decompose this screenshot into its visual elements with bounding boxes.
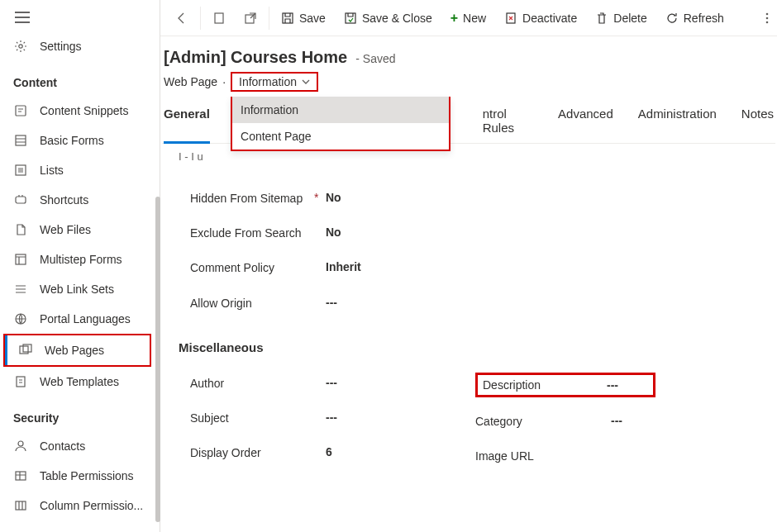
tab-general[interactable]: General [164, 107, 210, 143]
tab-control-rules[interactable]: ntrol Rules [483, 107, 533, 143]
field-subject[interactable]: Subject --- [190, 401, 475, 435]
form-option-content-page[interactable]: Content Page [232, 123, 449, 150]
sidebar-item-settings[interactable]: Settings [0, 31, 160, 61]
sidebar-scrollbar[interactable] [155, 197, 160, 522]
field-display-order[interactable]: Display Order 6 [190, 435, 475, 470]
popout-button[interactable] [236, 0, 265, 36]
sidebar-item-multistep-forms[interactable]: Multistep Forms [0, 245, 160, 274]
cmd-label: Deactivate [522, 12, 577, 25]
save-button[interactable]: Save [273, 0, 334, 36]
sidebar-label: Portal Languages [40, 312, 131, 325]
sidebar-label: Web Files [40, 223, 91, 236]
table-perm-icon [13, 469, 28, 482]
cutoff-text: I - I u [179, 150, 760, 181]
field-value: --- [326, 376, 337, 389]
form-selector[interactable]: Information Information Content Page [231, 72, 318, 92]
sidebar-item-content-snippets[interactable]: Content Snippets [0, 96, 160, 126]
field-label: Image URL [475, 449, 599, 463]
sidebar-item-table-permissions[interactable]: Table Permissions [0, 461, 160, 491]
page-title: [Admin] Courses Home [164, 48, 347, 67]
new-button[interactable]: + New [442, 0, 494, 36]
field-description-wrap: Description --- [475, 366, 760, 404]
field-value: Inherit [326, 260, 361, 273]
sidebar-label: Basic Forms [40, 134, 104, 147]
tab-administration[interactable]: Administration [638, 107, 717, 143]
section-misc: Miscellaneous [179, 321, 760, 366]
field-value[interactable]: --- [607, 378, 618, 392]
svg-rect-12 [16, 501, 26, 510]
overflow-button[interactable] [757, 0, 777, 36]
sidebar-item-portal-languages[interactable]: Portal Languages [0, 304, 160, 334]
sidebar-label: Settings [40, 40, 82, 53]
shortcut-icon [13, 193, 28, 207]
sidebar-label: Lists [40, 164, 64, 177]
hamburger-button[interactable] [0, 0, 160, 31]
linkset-icon [13, 283, 28, 296]
sidebar-item-web-link-sets[interactable]: Web Link Sets [0, 274, 160, 304]
svg-rect-7 [20, 346, 28, 354]
svg-rect-8 [23, 344, 31, 352]
sidebar-item-web-templates[interactable]: Web Templates [0, 367, 160, 397]
field-comment-policy[interactable]: Comment Policy Inherit [190, 250, 760, 285]
field-label: Display Order [190, 445, 314, 460]
template-icon [13, 375, 28, 388]
svg-rect-4 [16, 197, 26, 203]
deactivate-button[interactable]: Deactivate [496, 0, 585, 36]
field-value: 6 [326, 445, 332, 458]
sidebar-item-lists[interactable]: Lists [0, 155, 160, 185]
separator: · [222, 75, 226, 88]
col-perm-icon [13, 499, 28, 512]
open-record-button[interactable] [204, 0, 234, 36]
save-close-button[interactable]: Save & Close [336, 0, 441, 36]
svg-rect-5 [16, 254, 26, 264]
list-icon [13, 164, 28, 177]
webpage-icon [18, 344, 33, 357]
sidebar-item-contacts[interactable]: Contacts [0, 431, 160, 461]
multistep-icon [13, 253, 28, 266]
svg-point-10 [18, 441, 23, 446]
form-selector-label: Information [239, 75, 297, 88]
contact-icon [13, 439, 28, 453]
svg-rect-1 [16, 106, 26, 116]
field-value: --- [611, 414, 622, 427]
field-value: No [326, 191, 341, 204]
delete-button[interactable]: Delete [587, 0, 655, 36]
field-label: Comment Policy [190, 260, 314, 275]
refresh-button[interactable]: Refresh [657, 0, 732, 36]
tab-advanced[interactable]: Advanced [558, 107, 613, 143]
sidebar-item-shortcuts[interactable]: Shortcuts [0, 185, 160, 215]
sidebar: Settings Content Content Snippets Basic … [0, 0, 160, 532]
field-value: --- [326, 411, 337, 424]
field-label: Allow Origin [190, 296, 314, 311]
field-allow-origin[interactable]: Allow Origin --- [190, 286, 760, 321]
form-selector-dropdown: Information Content Page [231, 97, 450, 151]
form-area: I - I u Hidden From Sitemap * No Exclude… [162, 144, 775, 473]
saved-indicator: - Saved [355, 52, 395, 65]
plus-icon: + [450, 11, 458, 26]
cmd-label: Save [299, 12, 326, 25]
field-label: Exclude From Search [190, 226, 314, 240]
svg-point-19 [766, 17, 769, 19]
language-icon [13, 312, 28, 325]
cmd-label: Save & Close [362, 12, 432, 25]
field-image-url[interactable]: Image URL [475, 439, 760, 473]
gear-icon [13, 40, 28, 53]
sidebar-item-web-pages[interactable]: Web Pages [5, 335, 150, 365]
field-exclude-from-search[interactable]: Exclude From Search No [190, 216, 760, 250]
back-button[interactable] [167, 0, 197, 36]
field-category[interactable]: Category --- [475, 404, 760, 439]
sidebar-label: Web Link Sets [40, 283, 114, 296]
form-option-information[interactable]: Information [232, 97, 449, 123]
field-hidden-from-sitemap[interactable]: Hidden From Sitemap * No [190, 181, 760, 216]
sidebar-item-web-files[interactable]: Web Files [0, 215, 160, 245]
svg-point-0 [19, 45, 22, 48]
field-label: Subject [190, 411, 314, 425]
sidebar-label: Multistep Forms [40, 253, 122, 266]
sidebar-label: Web Pages [45, 344, 104, 357]
sidebar-item-column-permissions[interactable]: Column Permissio... [0, 491, 160, 520]
sidebar-item-basic-forms[interactable]: Basic Forms [0, 126, 160, 155]
tab-notes[interactable]: Notes [741, 107, 774, 143]
cmd-label: Refresh [684, 12, 724, 25]
svg-rect-2 [16, 135, 26, 145]
field-author[interactable]: Author --- [190, 366, 475, 401]
